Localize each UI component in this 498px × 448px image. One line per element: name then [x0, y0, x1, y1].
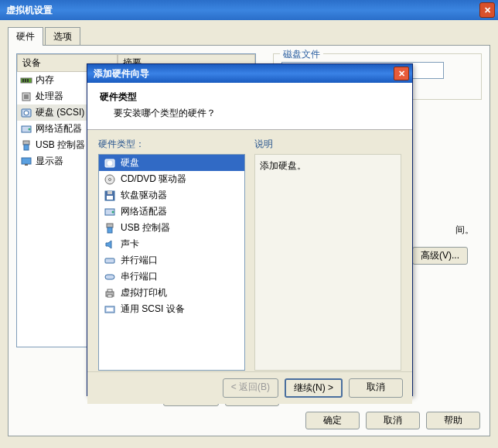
hwtype-item-label: USB 控制器: [121, 221, 170, 234]
hdd-icon: [104, 157, 116, 169]
hwtype-item-usb[interactable]: USB 控制器: [99, 220, 244, 236]
svg-rect-28: [107, 289, 112, 292]
floppy-icon: [104, 190, 116, 202]
description-box: 添加硬盘。: [254, 154, 401, 371]
usb-icon: [104, 222, 116, 234]
description-text: 添加硬盘。: [260, 160, 306, 171]
hwtype-item-label: 声卡: [121, 238, 139, 251]
diskfile-group-title: 磁盘文件: [280, 48, 323, 61]
svg-rect-25: [105, 258, 114, 263]
description-label: 说明: [254, 138, 401, 151]
hardware-type-list[interactable]: 硬盘CD/DVD 驱动器软盘驱动器网络适配器USB 控制器声卡并行端口串行端口虚…: [98, 154, 245, 371]
svg-rect-24: [107, 227, 112, 233]
device-name: 显示器: [36, 155, 63, 168]
serial-icon: [104, 271, 116, 283]
wizard-header-title: 硬件类型: [100, 91, 400, 104]
svg-point-15: [107, 161, 112, 166]
hwtype-item-label: 串行端口: [121, 270, 158, 283]
wizard-titlebar: 添加硬件向导 ✕: [87, 64, 412, 83]
memory-icon: [20, 74, 32, 87]
svg-rect-13: [25, 164, 28, 166]
wizard-body: 硬件类型： 硬盘CD/DVD 驱动器软盘驱动器网络适配器USB 控制器声卡并行端…: [87, 130, 412, 371]
sound-icon: [104, 238, 116, 251]
ok-button[interactable]: 确定: [305, 412, 360, 429]
usb-icon: [20, 139, 32, 152]
scsi-icon: [104, 303, 116, 316]
svg-rect-19: [107, 191, 112, 194]
hwtype-item-parallel[interactable]: 并行端口: [99, 252, 244, 268]
wizard-title: 添加硬件向导: [94, 67, 149, 80]
parent-title: 虚拟机设置: [6, 4, 53, 17]
device-name: 硬盘 (SCSI): [36, 106, 84, 119]
hardware-type-label: 硬件类型：: [98, 138, 245, 151]
parent-close-button[interactable]: ✕: [479, 2, 495, 18]
hwtype-item-label: CD/DVD 驱动器: [121, 173, 186, 186]
hwtype-item-label: 软盘驱动器: [121, 189, 167, 202]
tab-hardware[interactable]: 硬件: [8, 27, 43, 46]
wizard-header: 硬件类型 要安装哪个类型的硬件？: [87, 83, 412, 130]
hwtype-item-scsi[interactable]: 通用 SCSI 设备: [99, 301, 244, 317]
device-name: 网络适配器: [36, 122, 82, 135]
svg-rect-11: [24, 145, 29, 150]
svg-rect-29: [107, 295, 112, 297]
hardware-type-column: 硬件类型： 硬盘CD/DVD 驱动器软盘驱动器网络适配器USB 控制器声卡并行端…: [98, 138, 245, 364]
svg-point-9: [29, 128, 31, 130]
hwtype-item-hdd[interactable]: 硬盘: [99, 155, 244, 171]
svg-rect-23: [107, 224, 113, 227]
hwtype-item-label: 网络适配器: [121, 205, 167, 218]
cpu-icon: [20, 91, 32, 103]
hwtype-item-floppy[interactable]: 软盘驱动器: [99, 187, 244, 203]
wizard-close-button[interactable]: ✕: [394, 67, 409, 80]
net-icon: [104, 206, 116, 218]
cd-icon: [104, 173, 116, 186]
hdd-icon: [20, 107, 32, 119]
back-button: < 返回(B): [223, 378, 278, 398]
hwtype-item-serial[interactable]: 串行端口: [99, 268, 244, 285]
svg-rect-20: [107, 196, 113, 200]
svg-rect-1: [22, 79, 24, 82]
hwtype-item-sound[interactable]: 声卡: [99, 236, 244, 252]
svg-point-7: [24, 111, 29, 115]
device-name: 处理器: [36, 90, 63, 103]
net-icon: [20, 123, 32, 135]
truncated-text: 间。: [455, 224, 474, 237]
svg-rect-26: [105, 275, 114, 279]
printer-icon: [104, 287, 116, 299]
wizard-header-subtitle: 要安装哪个类型的硬件？: [114, 107, 400, 120]
cancel-button[interactable]: 取消: [366, 412, 420, 429]
wizard-cancel-button[interactable]: 取消: [349, 378, 403, 398]
parallel-icon: [104, 255, 116, 267]
device-name: USB 控制器: [36, 139, 85, 152]
help-button[interactable]: 帮助: [426, 412, 480, 429]
tabs: 硬件 选项: [8, 26, 490, 45]
hwtype-item-net[interactable]: 网络适配器: [99, 203, 244, 220]
svg-rect-31: [107, 308, 113, 311]
hwtype-item-label: 并行端口: [121, 254, 158, 267]
wizard-buttons: < 返回(B) 继续(N) > 取消: [87, 371, 412, 404]
svg-rect-5: [24, 94, 29, 99]
hwtype-item-label: 通用 SCSI 设备: [121, 303, 185, 316]
dialog-buttons: 确定 取消 帮助: [305, 412, 480, 429]
svg-point-22: [112, 210, 114, 213]
add-hardware-wizard: 添加硬件向导 ✕ 硬件类型 要安装哪个类型的硬件？ 硬件类型： 硬盘CD/DVD…: [87, 63, 413, 396]
device-name: 内存: [36, 74, 54, 87]
hwtype-item-printer[interactable]: 虚拟打印机: [99, 285, 244, 301]
tab-options[interactable]: 选项: [45, 27, 80, 46]
svg-rect-10: [23, 141, 29, 145]
next-button[interactable]: 继续(N) >: [285, 378, 343, 398]
svg-rect-12: [22, 158, 31, 164]
hwtype-item-cd[interactable]: CD/DVD 驱动器: [99, 171, 244, 187]
parent-titlebar: 虚拟机设置 ✕: [0, 0, 498, 20]
hwtype-item-label: 硬盘: [121, 156, 139, 169]
svg-rect-3: [27, 79, 29, 82]
hwtype-item-label: 虚拟打印机: [121, 286, 167, 299]
display-icon: [20, 156, 32, 168]
svg-point-17: [109, 178, 111, 180]
advanced-button[interactable]: 高级(V)...: [412, 247, 468, 265]
description-column: 说明 添加硬盘。: [254, 138, 401, 364]
svg-rect-2: [25, 79, 26, 82]
